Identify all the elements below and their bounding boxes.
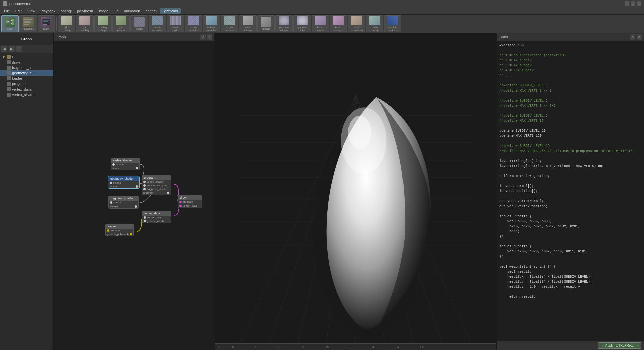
menu-polymesh[interactable]: polymesh (74, 8, 96, 14)
tree-item-vertex-data-label: vertex_data (12, 87, 31, 91)
tree-item-fragment_s[interactable]: fragment_s... (0, 65, 53, 70)
tool-mosaic-inpainted[interactable]: mosaicinpainted (185, 15, 202, 32)
ruler-mark-2: 2 (302, 345, 304, 349)
menu-file[interactable]: File (1, 8, 13, 14)
minimize-button[interactable]: — (625, 1, 629, 6)
shape-canvas (215, 33, 496, 343)
menu-opengl[interactable]: opengl (58, 8, 74, 14)
graph-close-button[interactable]: ✕ (207, 34, 212, 40)
tool-mosaic[interactable]: mosaic (130, 15, 148, 32)
editor-close-button[interactable]: ✕ (637, 34, 642, 40)
tool-mosaic-superres[interactable]: mosaicsuperres (221, 15, 238, 32)
ruler-mark-25: 2.5 (325, 345, 329, 349)
node-vertex-data[interactable]: vertex_data vertex_data generic_mesh (142, 211, 171, 223)
menu-opencv[interactable]: opencv (143, 8, 160, 14)
code-line-29: struct NCoeffs { (499, 244, 641, 249)
node-program-port-geometry: geometry_shader (142, 184, 171, 187)
editor-pin-button[interactable]: ◇ (630, 34, 635, 40)
tool-mosaic-normalize[interactable]: mosaicnormalize (149, 15, 166, 32)
node-vertex-data-port-vd: vertex_data (142, 216, 171, 219)
svg-point-39 (348, 116, 371, 149)
tool-reading-debayer[interactable]: readingdebayer (94, 15, 112, 32)
file-icon-draw (7, 60, 11, 64)
tool-lytro-reading[interactable]: lytroreading (58, 15, 75, 32)
app-title: possumwood (9, 2, 623, 6)
menu-playback[interactable]: Playback (38, 8, 58, 14)
code-editor[interactable]: #version 150 // 1 = no subdivision (pass… (497, 41, 644, 341)
graph-editor-controls: ◇ ✕ (200, 34, 212, 40)
tool-gaussian-detail[interactable]: gaussiandetail (293, 15, 311, 32)
tree-item-loader[interactable]: loader (0, 76, 53, 81)
tool-absolute-metrics[interactable]: absolutemetrics (384, 15, 401, 32)
tree-item-vertex_data[interactable]: vertex_data (0, 86, 53, 92)
tool-graph[interactable]: Graph (1, 15, 19, 32)
graph-editor-header: Graph ◇ ✕ (54, 33, 214, 41)
node-vertex-shader[interactable]: vertex_shader source shader (111, 158, 140, 170)
tool-mosaic-label: mosaic (136, 27, 143, 30)
menu-edit[interactable]: Edit (13, 8, 24, 14)
code-line-1: #version 150 (499, 43, 641, 48)
left-panel: Graph ◀ ▶ / ▼ / draw fragment_s... ge (0, 33, 54, 350)
menu-lua[interactable]: lua (111, 8, 121, 14)
tool-detail-comparison[interactable]: detailcomparison (348, 15, 365, 32)
tool-gaussian-refocus[interactable]: gaussianrefocus (275, 15, 293, 32)
menu-image[interactable]: image (96, 8, 111, 14)
tree-item-fragment-label: fragment_s... (12, 66, 34, 70)
node-loader[interactable]: loader filename generic_polymesh (105, 224, 134, 236)
tree-item-draw[interactable]: draw (0, 60, 53, 65)
node-geometry-shader[interactable]: geometry_shader source shader (108, 176, 140, 189)
editor-footer: ✓ Apply (CTRL+Return) (497, 341, 644, 350)
node-draw[interactable]: draw program vertex_data (178, 195, 202, 208)
lytro-reading-icon (61, 16, 72, 25)
tool-mosaic-split[interactable]: mosaicsplit (167, 15, 184, 32)
node-fragment-shader[interactable]: fragment_shader source shader (108, 196, 139, 209)
tool-debayer[interactable]: debayer (257, 15, 275, 32)
code-line-23: out vec3 vertexPosition; (499, 204, 641, 209)
code-line-11: //#define SUBDIV_LEVEL 5 (499, 113, 641, 118)
file-icon-program (7, 82, 11, 86)
menu-animation[interactable]: animation (121, 8, 143, 14)
tool-gaussian-detail-label: gaussiandetail (298, 26, 307, 31)
nav-forward-button[interactable]: ▶ (9, 46, 15, 52)
tree-root[interactable]: ▼ / (0, 54, 53, 60)
menu-lightfields[interactable]: lightfields (160, 8, 181, 14)
right-panel-header: Editor ◇ ✕ (497, 33, 644, 41)
maximize-button[interactable]: □ (631, 1, 635, 6)
tool-editor[interactable]: Editor (38, 15, 55, 32)
code-line-5: // 4 = 16x subdiv (499, 68, 641, 73)
detail-comparison-icon (351, 16, 362, 25)
tree-item-geometry_s[interactable]: geometry_s... (0, 70, 53, 76)
tool-naive-refocus[interactable]: naiverefocus (239, 15, 257, 32)
tool-mosaic-superres-label: mosaicsuperres (225, 26, 234, 31)
graph-pin-button[interactable]: ◇ (200, 34, 206, 40)
mosaic-split-icon (170, 16, 181, 25)
close-button[interactable]: ✕ (637, 1, 641, 6)
tool-lytro-pattern[interactable]: lytropattern (112, 15, 130, 32)
menu-view[interactable]: View (24, 8, 38, 14)
tool-lytro-reading2-label: lytroreading (81, 26, 89, 31)
viewport[interactable]: 0 0.5 1 1.5 2 2.5 3 3.5 4 4.5 (215, 33, 496, 350)
svg-rect-9 (24, 21, 30, 22)
graph-canvas[interactable]: vertex_shader source shader geometry_sha… (54, 41, 214, 350)
code-line-26: b210, b120, b021, b012, b102, b201, (499, 224, 641, 229)
tool-lytro-reading2[interactable]: lytroreading (76, 15, 94, 32)
tool-properties[interactable]: Properties (19, 15, 37, 32)
tree-item-vertex_shad[interactable]: vertex_shad... (0, 92, 53, 97)
nav-up-button[interactable]: / (16, 46, 22, 52)
node-fragment-shader-port-shader: shader (109, 205, 138, 208)
code-line-24: struct PCoeffs { (499, 214, 641, 219)
port-dot-geo-source (110, 182, 112, 184)
ruler-mark-05: 0.5 (230, 345, 234, 349)
tool-bezier-refocus[interactable]: bezierrefocus (312, 15, 329, 32)
tool-laplacian-inpainted[interactable]: laplacianinpainted (203, 15, 220, 32)
tool-bezier-refocus-label: bezierrefocus (317, 26, 324, 31)
nav-back-button[interactable]: ◀ (1, 46, 7, 52)
node-program[interactable]: program vertex_shader geometry_shader fr… (142, 175, 171, 195)
apply-button[interactable]: ✓ Apply (CTRL+Return) (598, 342, 641, 349)
code-line-2: // 1 = no subdivision (pass-thru) (499, 53, 641, 58)
tab-graph[interactable]: Graph (0, 33, 53, 45)
tree-item-program[interactable]: program (0, 81, 53, 86)
tool-bezier-debayer[interactable]: bezierdebayer (330, 15, 347, 32)
tool-relative-corresp[interactable]: relativecorresp (366, 15, 383, 32)
editor-icon (41, 17, 52, 27)
